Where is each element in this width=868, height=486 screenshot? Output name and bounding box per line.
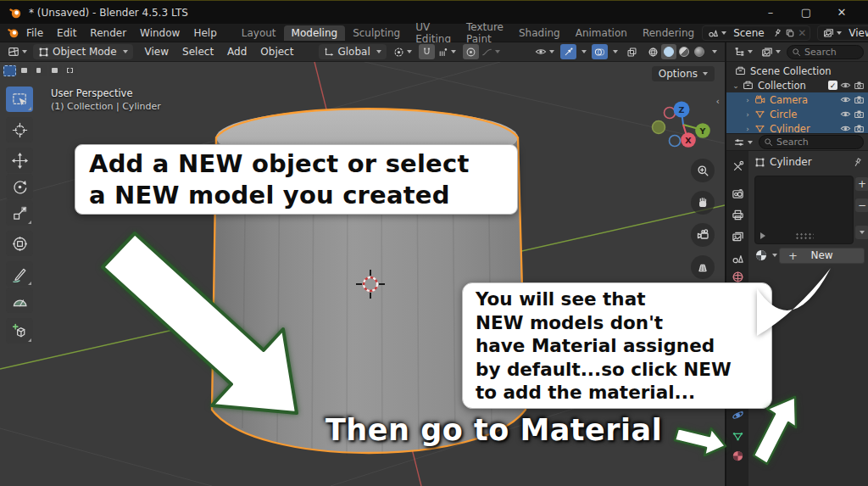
shading-rendered-button[interactable]	[692, 44, 707, 59]
copy-scene-icon[interactable]	[785, 28, 795, 38]
collection-checkbox[interactable]: ✓	[828, 81, 837, 90]
tool-measure[interactable]	[6, 288, 33, 313]
tool-select-box[interactable]	[6, 87, 33, 112]
new-material-button[interactable]: + New	[779, 248, 865, 264]
pan-view-button[interactable]	[691, 191, 715, 215]
tab-render[interactable]	[726, 183, 748, 204]
hide-render-icon[interactable]	[854, 123, 865, 133]
snap-settings-dropdown[interactable]	[435, 44, 459, 59]
outliner-row-camera[interactable]: › Camera	[726, 92, 868, 107]
select-mode-intersect[interactable]	[64, 65, 77, 76]
pivot-dropdown[interactable]	[391, 44, 415, 59]
ortho-view-button[interactable]	[691, 255, 715, 279]
shading-wireframe-button[interactable]	[645, 44, 661, 59]
scene-selector[interactable]: Scene ✕	[702, 25, 810, 41]
select-mode-extend[interactable]	[19, 65, 31, 76]
pin-icon[interactable]	[772, 28, 782, 38]
resize-grip[interactable]	[795, 232, 814, 239]
slot-expand-icon[interactable]	[760, 232, 765, 239]
menu-window[interactable]: Window	[133, 26, 186, 40]
falloff-dropdown[interactable]	[479, 44, 503, 59]
add-slot-button[interactable]: +	[855, 177, 868, 191]
hide-render-icon[interactable]	[854, 80, 865, 91]
overlays-dropdown[interactable]	[608, 44, 620, 59]
orientation-dropdown[interactable]: Global	[319, 44, 386, 59]
tab-shading[interactable]: Shading	[511, 25, 568, 41]
properties-search[interactable]	[759, 135, 864, 149]
outliner-display-mode-button[interactable]	[759, 44, 783, 59]
minimize-button[interactable]: –	[753, 1, 788, 25]
properties-search-input[interactable]	[776, 137, 859, 148]
outliner-item-label[interactable]: Collection	[758, 80, 806, 92]
outliner-item-label[interactable]: Scene Collection	[750, 65, 832, 77]
outliner-search-input[interactable]	[804, 47, 859, 58]
remove-slot-button[interactable]: −	[855, 198, 868, 212]
tool-scale[interactable]	[6, 200, 33, 226]
zoom-view-button[interactable]	[691, 159, 715, 182]
shading-solid-button[interactable]	[661, 44, 676, 59]
browse-material-chevron[interactable]	[772, 254, 777, 257]
tab-output[interactable]	[726, 204, 748, 225]
tab-animation[interactable]: Animation	[568, 25, 635, 41]
tool-transform[interactable]	[6, 231, 33, 256]
expand-icon[interactable]: ›	[743, 125, 752, 133]
menu-add[interactable]: Add	[220, 46, 253, 58]
menu-object[interactable]: Object	[253, 46, 300, 58]
hide-viewport-icon[interactable]	[840, 94, 851, 105]
menu-view[interactable]: View	[138, 46, 175, 58]
hide-viewport-icon[interactable]	[840, 80, 851, 91]
unlink-scene-icon[interactable]: ✕	[798, 27, 806, 39]
outliner-row-circle[interactable]: › Circle	[726, 107, 868, 121]
outliner-row-collection[interactable]: ⌄ Collection ✓	[726, 78, 868, 92]
scene-name[interactable]: Scene	[728, 27, 772, 39]
expand-icon[interactable]: ›	[743, 96, 752, 104]
tab-material[interactable]	[726, 445, 748, 466]
expand-icon[interactable]: ⌄	[732, 81, 740, 90]
tab-sculpting[interactable]: Sculpting	[345, 25, 408, 41]
menu-file[interactable]: File	[19, 26, 50, 40]
outliner-row-scene-collection[interactable]: Scene Collection	[726, 64, 868, 78]
tab-view-layer[interactable]	[726, 226, 748, 246]
tool-move[interactable]	[6, 148, 33, 173]
menu-edit[interactable]: Edit	[50, 26, 83, 40]
close-button[interactable]: ✕	[824, 1, 860, 25]
overlays-toggle[interactable]	[592, 44, 608, 59]
outliner-row-cylinder[interactable]: › Cylinder	[726, 121, 868, 133]
xray-toggle[interactable]	[624, 44, 640, 59]
tab-tool[interactable]	[726, 156, 748, 176]
tool-rotate[interactable]	[6, 174, 33, 199]
select-mode-new[interactable]	[3, 65, 16, 76]
tool-add-cube[interactable]	[6, 318, 33, 344]
browse-material-icon[interactable]	[754, 249, 768, 262]
menu-render[interactable]: Render	[83, 26, 133, 40]
editor-type-button[interactable]	[5, 44, 30, 59]
outliner-item-label[interactable]: Camera	[770, 94, 808, 106]
mode-dropdown[interactable]: Object Mode	[33, 44, 133, 59]
select-mode-invert[interactable]	[49, 65, 62, 76]
menu-select[interactable]: Select	[175, 46, 220, 58]
navigation-gizmo[interactable]: Z Y X	[651, 96, 717, 157]
camera-view-button[interactable]	[691, 223, 715, 247]
snap-toggle[interactable]	[419, 44, 435, 59]
outliner-editor-type-button[interactable]	[731, 44, 755, 59]
tab-layout[interactable]: Layout	[234, 25, 284, 41]
options-dropdown[interactable]: Options	[652, 66, 715, 81]
tab-rendering[interactable]: Rendering	[635, 25, 702, 41]
menu-help[interactable]: Help	[186, 26, 223, 40]
hide-render-icon[interactable]	[854, 94, 865, 105]
breadcrumb-object-name[interactable]: Cylinder	[770, 156, 812, 168]
material-slots-list[interactable]	[754, 176, 854, 244]
tab-object-data[interactable]	[726, 426, 748, 446]
shading-dropdown[interactable]	[707, 44, 720, 59]
gizmos-dropdown[interactable]	[576, 44, 589, 59]
shading-material-button[interactable]	[676, 44, 692, 59]
blender-menu-icon[interactable]	[7, 26, 19, 39]
properties-filter-button[interactable]	[731, 135, 755, 150]
tool-cursor[interactable]	[6, 117, 33, 142]
pin-icon[interactable]	[852, 157, 863, 168]
tab-modeling[interactable]: Modeling	[284, 25, 346, 41]
outliner-item-label[interactable]: Circle	[770, 109, 797, 120]
gizmos-toggle[interactable]	[560, 44, 576, 59]
viewlayer-name[interactable]: ViewLayer	[843, 27, 868, 39]
expand-icon[interactable]: ›	[743, 110, 752, 119]
